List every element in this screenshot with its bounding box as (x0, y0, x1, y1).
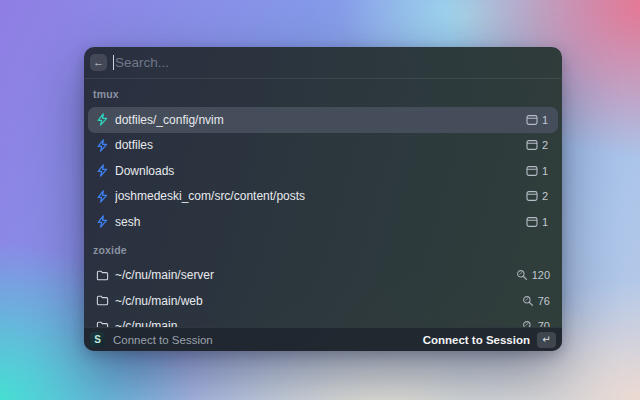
item-label: joshmedeski_com/src/content/posts (115, 189, 518, 203)
search-field-wrap (113, 55, 552, 70)
item-label: sesh (115, 215, 518, 229)
score-magnifier-icon (522, 320, 534, 327)
score-magnifier-icon (522, 295, 534, 307)
item-badge: 1 (526, 114, 550, 126)
item-label: dotfiles/_config/nvim (115, 113, 518, 127)
result-section: zoxide ~/c/nu/main/server (84, 235, 562, 328)
window-count-icon (526, 165, 538, 177)
section-items: dotfiles/_config/nvim 1 (84, 107, 562, 235)
section-header: tmux (84, 79, 562, 107)
bolt-icon (96, 113, 109, 126)
folder-icon (96, 269, 109, 282)
list-item[interactable]: ~/c/nu/main/web 76 (88, 288, 558, 314)
section-header: zoxide (84, 235, 562, 263)
item-count: 76 (538, 295, 550, 307)
back-arrow-icon: ← (93, 57, 104, 68)
folder-icon (96, 320, 109, 327)
item-badge: 2 (526, 190, 550, 202)
item-badge: 76 (522, 295, 550, 307)
item-badge: 1 (526, 216, 550, 228)
text-caret (113, 55, 114, 70)
bolt-icon (96, 139, 109, 152)
list-item[interactable]: sesh 1 (88, 209, 558, 235)
item-badge: 70 (522, 320, 550, 327)
item-count: 1 (542, 114, 550, 126)
bolt-icon (96, 164, 109, 177)
window-count-icon (526, 114, 538, 126)
bolt-icon (96, 215, 109, 228)
list-item[interactable]: Downloads 1 (88, 158, 558, 184)
search-bar: ← (84, 47, 562, 79)
primary-action-button[interactable]: Connect to Session (423, 334, 530, 346)
list-item[interactable]: dotfiles 2 (88, 133, 558, 159)
item-label: ~/c/nu/main (115, 319, 514, 327)
list-item[interactable]: joshmedeski_com/src/content/posts 2 (88, 184, 558, 210)
footer-status-label: Connect to Session (113, 334, 423, 346)
item-count: 2 (542, 139, 550, 151)
item-count: 70 (538, 320, 550, 327)
item-label: dotfiles (115, 138, 518, 152)
list-item[interactable]: ~/c/nu/main 70 (88, 314, 558, 328)
list-item[interactable]: dotfiles/_config/nvim 1 (88, 107, 558, 133)
item-count: 1 (542, 165, 550, 177)
item-count: 1 (542, 216, 550, 228)
item-label: Downloads (115, 164, 518, 178)
folder-icon (96, 294, 109, 307)
search-input[interactable] (115, 55, 552, 70)
item-badge: 1 (526, 165, 550, 177)
footer-bar: S Connect to Session Connect to Session … (84, 327, 562, 351)
result-section: tmux dotfiles/_config/nvim (84, 79, 562, 235)
window-count-icon (526, 216, 538, 228)
return-key-hint[interactable]: ↵ (537, 332, 556, 348)
back-button[interactable]: ← (90, 54, 107, 71)
window-count-icon (526, 139, 538, 151)
window-count-icon (526, 190, 538, 202)
section-items: ~/c/nu/main/server 120 (84, 263, 562, 328)
bolt-icon (96, 190, 109, 203)
item-label: ~/c/nu/main/web (115, 294, 514, 308)
item-count: 120 (532, 269, 550, 281)
score-magnifier-icon (516, 269, 528, 281)
list-item[interactable]: ~/c/nu/main/server 120 (88, 263, 558, 289)
launcher-window: ← tmux dotfiles/_config/nvim (84, 47, 562, 351)
item-label: ~/c/nu/main/server (115, 268, 508, 282)
results-list: tmux dotfiles/_config/nvim (84, 79, 562, 327)
item-badge: 120 (516, 269, 550, 281)
sesh-app-icon: S (90, 332, 105, 347)
item-count: 2 (542, 190, 550, 202)
item-badge: 2 (526, 139, 550, 151)
